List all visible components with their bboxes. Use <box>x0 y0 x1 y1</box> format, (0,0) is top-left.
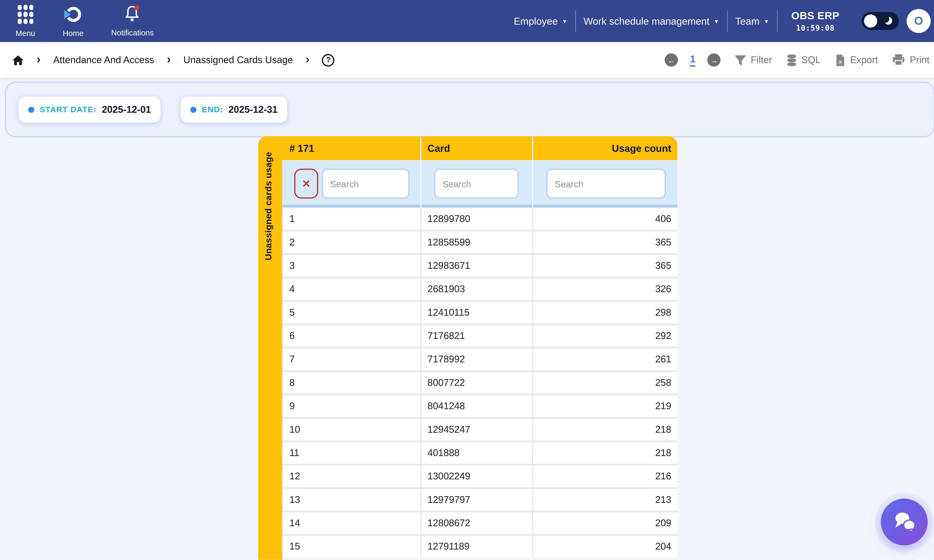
row-index-cell: 8 <box>282 372 420 394</box>
topbar-left-group: Menu Home N <box>0 5 154 37</box>
nav-work-schedule-management[interactable]: Work schedule management▼ <box>584 15 719 27</box>
print-button[interactable]: Print <box>892 54 929 66</box>
chevron-down-icon: ▼ <box>562 18 567 25</box>
start-date-filter-chip[interactable]: START DATE: 2025-12-01 <box>18 96 161 123</box>
table-row: 1213002249216 <box>282 466 677 487</box>
breadcrumb-unassigned-cards-usage[interactable]: Unassigned Cards Usage <box>183 55 293 66</box>
nav-divider <box>777 10 777 32</box>
row-index-cell: 2 <box>282 232 420 253</box>
app-root: Menu Home N <box>0 0 934 560</box>
usage-count-cell: 261 <box>533 349 677 370</box>
usage-count-cell: 219 <box>533 395 677 417</box>
previous-page-button[interactable]: ← <box>665 53 678 67</box>
nav-divider <box>727 10 727 32</box>
search-input-card[interactable] <box>434 169 519 198</box>
row-index-cell: 14 <box>282 512 420 534</box>
end-date-label: END: <box>202 105 223 114</box>
table-row: 312983671365 <box>282 255 677 277</box>
table-row: 1512791189204 <box>282 536 677 557</box>
search-input-index[interactable] <box>322 169 410 198</box>
card-number-cell: 7176821 <box>421 325 532 347</box>
toggle-knob <box>864 14 877 28</box>
column-header-card[interactable]: Card <box>421 136 532 160</box>
filter-dot-icon <box>28 106 34 112</box>
row-index-cell: 4 <box>282 278 420 300</box>
theme-toggle[interactable] <box>862 12 899 30</box>
next-page-button[interactable]: → <box>707 53 721 67</box>
usage-count-cell: 292 <box>533 325 677 347</box>
table-vertical-title: Unassigned cards usage <box>263 143 273 260</box>
home-logo-icon <box>63 5 83 26</box>
breadcrumb: › Attendance And Access › Unassigned Car… <box>12 54 335 66</box>
help-icon[interactable]: ? <box>322 54 335 66</box>
row-index-cell: 1 <box>282 208 420 230</box>
usage-count-cell: 209 <box>533 512 677 534</box>
menu-button[interactable]: Menu <box>16 5 35 37</box>
chat-bubbles-icon <box>892 509 917 535</box>
export-file-icon: x <box>835 54 845 66</box>
row-index-cell: 15 <box>282 536 420 557</box>
page-number[interactable]: 1 <box>690 54 695 66</box>
home-icon[interactable] <box>12 54 24 66</box>
notification-badge-dot <box>134 5 139 10</box>
table-row: 512410115298 <box>282 302 677 323</box>
card-number-cell: 7178992 <box>421 349 532 370</box>
breadcrumb-attendance-and-access[interactable]: Attendance And Access <box>53 55 154 66</box>
column-header-index[interactable]: # 171 <box>282 136 420 160</box>
funnel-icon <box>735 55 746 65</box>
search-row-underline <box>282 205 420 208</box>
filter-button[interactable]: Filter <box>735 55 772 66</box>
filter-panel: START DATE: 2025-12-01 END: 2025-12-31 <box>5 82 934 137</box>
card-number-cell: 12410115 <box>421 302 532 323</box>
search-input-usage-count[interactable] <box>546 169 666 198</box>
chevron-down-icon: ▼ <box>764 18 769 25</box>
row-index-cell: 9 <box>282 395 420 417</box>
row-index-cell: 10 <box>282 419 420 440</box>
svg-text:x: x <box>839 58 842 65</box>
row-index-cell: 3 <box>282 255 420 277</box>
card-number-cell: 12791189 <box>421 536 532 557</box>
table-row: 112899780406 <box>282 208 677 230</box>
breadcrumb-bar: › Attendance And Access › Unassigned Car… <box>0 42 934 78</box>
table-row: 11401888218 <box>282 442 677 464</box>
search-row-underline <box>533 205 677 208</box>
row-index-cell: 11 <box>282 442 420 464</box>
table-row: 88007722258 <box>282 372 677 394</box>
chat-fab-button[interactable] <box>881 498 928 545</box>
notifications-button[interactable]: Notifications <box>111 5 154 37</box>
user-avatar[interactable]: O <box>907 9 931 33</box>
table-row: 77178992261 <box>282 349 677 370</box>
clear-search-button[interactable]: ✕ <box>294 169 318 198</box>
table-body: 1128997804062128585993653129836713654268… <box>282 208 677 559</box>
row-index-cell: 6 <box>282 325 420 347</box>
row-index-cell: 13 <box>282 489 420 511</box>
nav-employee[interactable]: Employee▼ <box>514 15 567 27</box>
filter-dot-icon <box>190 106 196 112</box>
usage-count-cell: 213 <box>533 489 677 511</box>
database-icon <box>786 54 797 66</box>
column-header-usage-count[interactable]: Usage count <box>533 136 677 160</box>
clock-display: 10:59:08 <box>796 23 835 32</box>
home-button[interactable]: Home <box>63 5 83 37</box>
export-button[interactable]: x Export <box>835 54 878 66</box>
usage-count-cell: 365 <box>533 232 677 253</box>
menu-label: Menu <box>16 29 35 37</box>
table-row: 1012945247218 <box>282 419 677 440</box>
card-number-cell: 12983671 <box>421 255 532 277</box>
usage-count-cell: 326 <box>533 278 677 300</box>
card-number-cell: 401888 <box>421 442 532 464</box>
notification-bell-icon <box>125 5 141 26</box>
usage-count-cell: 216 <box>533 466 677 487</box>
chevron-right-icon: › <box>37 53 40 65</box>
row-index-cell: 5 <box>282 302 420 323</box>
table-row: 42681903326 <box>282 278 677 300</box>
sql-button[interactable]: SQL <box>786 54 821 66</box>
end-date-filter-chip[interactable]: END: 2025-12-31 <box>180 96 288 123</box>
chevron-right-icon: › <box>305 53 309 65</box>
card-number-cell: 12808672 <box>421 512 532 534</box>
card-number-cell: 2681903 <box>421 278 532 300</box>
start-date-value: 2025-12-01 <box>102 104 151 115</box>
brand-block: OBS ERP 10:59:08 <box>791 9 840 32</box>
nav-team[interactable]: Team▼ <box>735 15 769 27</box>
usage-count-cell: 218 <box>533 442 677 464</box>
